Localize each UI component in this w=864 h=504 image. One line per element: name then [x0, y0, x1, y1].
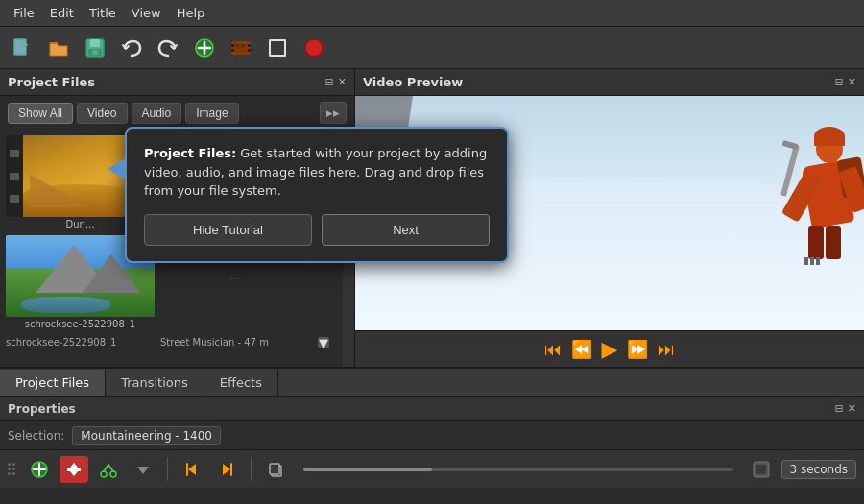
svg-rect-15 — [235, 44, 239, 47]
cut-btn[interactable] — [94, 456, 123, 483]
svg-rect-12 — [231, 49, 234, 52]
filter-bar: Show All Video Audio Image ▸▸ — [0, 96, 354, 130]
svg-rect-2 — [50, 42, 58, 44]
svg-rect-16 — [241, 44, 245, 47]
svg-rect-22 — [67, 468, 81, 471]
panel-icon-group: ⊟ ✕ — [325, 76, 347, 88]
undo-btn[interactable] — [115, 32, 148, 64]
fast-forward-btn[interactable]: ⏩ — [627, 339, 648, 359]
svg-line-27 — [104, 465, 108, 471]
svg-marker-30 — [188, 464, 196, 475]
filter-image[interactable]: Image — [185, 103, 238, 124]
play-btn[interactable]: ▶ — [602, 337, 618, 361]
svg-rect-10 — [232, 42, 250, 54]
properties-header: Properties ⊟ ✕ — [0, 397, 864, 420]
menu-file[interactable]: File — [6, 3, 42, 23]
panel-close-icon[interactable]: ✕ — [338, 76, 347, 88]
tutorial-popup: Project Files: Get started with your pro… — [125, 127, 509, 263]
svg-marker-32 — [223, 464, 230, 475]
timeline-slider[interactable] — [303, 468, 733, 471]
tutorial-text: Project Files: Get started with your pro… — [144, 144, 490, 201]
project-files-title: Project Files — [8, 75, 95, 89]
skip-end-btn[interactable]: ⏭ — [658, 339, 675, 359]
record-btn[interactable] — [298, 32, 330, 64]
hide-tutorial-btn[interactable]: Hide Tutorial — [144, 214, 312, 246]
svg-point-18 — [305, 39, 323, 57]
main-toolbar — [0, 27, 864, 69]
menu-title[interactable]: Title — [82, 3, 124, 23]
svg-marker-23 — [70, 463, 78, 468]
toolbar-separator-1 — [167, 458, 168, 481]
file-name: Dun... — [66, 219, 95, 229]
video-panel-minimize-icon[interactable]: ⊟ — [835, 76, 844, 88]
svg-rect-17 — [270, 40, 285, 56]
properties-minimize-icon[interactable]: ⊟ — [835, 402, 844, 415]
dropdown-arrow[interactable]: ▼ — [315, 337, 332, 348]
new-file-btn[interactable] — [6, 32, 38, 64]
timeline-skip-start-btn[interactable] — [178, 456, 206, 483]
settings-btn[interactable] — [747, 456, 776, 483]
tutorial-arrow — [108, 157, 127, 180]
panel-minimize-icon[interactable]: ⊟ — [325, 76, 334, 88]
timeline-skip-end-btn[interactable] — [212, 456, 241, 483]
svg-rect-14 — [248, 49, 251, 52]
svg-line-28 — [108, 465, 113, 471]
selection-label: Selection: — [8, 429, 64, 443]
bottom-tabs: Project Files Transitions Effects — [0, 367, 864, 397]
toolbar-separator-2 — [251, 458, 252, 481]
drag-handle — [8, 463, 15, 475]
bottom-file-name-1: schrocksee-2522908_1 — [6, 337, 155, 348]
selection-bar: Selection: Mountaineering - 1400 — [0, 420, 864, 449]
rewind-btn[interactable]: ⏪ — [571, 339, 592, 359]
timeline-duration: 3 seconds — [781, 460, 857, 479]
video-preview-header: Video Preview ⊟ ✕ — [355, 69, 864, 96]
filter-video[interactable]: Video — [77, 103, 127, 124]
svg-rect-11 — [231, 44, 234, 47]
skip-start-btn[interactable]: ⏮ — [544, 339, 562, 359]
save-btn[interactable] — [79, 32, 111, 64]
properties-icon-group: ⊟ ✕ — [835, 402, 856, 415]
svg-rect-13 — [248, 44, 251, 47]
svg-rect-4 — [90, 39, 100, 47]
video-panel-close-icon[interactable]: ✕ — [848, 76, 856, 88]
svg-marker-24 — [70, 471, 78, 476]
menubar: File Edit Title View Help — [0, 0, 864, 27]
project-files-header: Project Files ⊟ ✕ — [0, 69, 354, 96]
tab-transitions[interactable]: Transitions — [106, 370, 204, 396]
svg-marker-29 — [137, 467, 149, 474]
filter-more-btn[interactable]: ▸▸ — [320, 102, 347, 124]
tab-effects[interactable]: Effects — [204, 370, 278, 396]
next-tutorial-btn[interactable]: Next — [322, 214, 490, 246]
svg-rect-35 — [270, 464, 279, 474]
playback-controls: ⏮ ⏪ ▶ ⏩ ⏭ — [355, 330, 864, 367]
filter-audio[interactable]: Audio — [132, 103, 182, 124]
svg-rect-6 — [92, 50, 98, 55]
video-preview-title: Video Preview — [363, 75, 463, 89]
filter-show-all[interactable]: Show All — [8, 103, 73, 124]
tutorial-buttons: Hide Tutorial Next — [144, 214, 490, 246]
bottom-file-name-2: Street Musician - 47 m — [160, 337, 309, 348]
properties-title: Properties — [8, 402, 76, 416]
open-file-btn[interactable] — [42, 32, 75, 64]
menu-edit[interactable]: Edit — [42, 3, 82, 23]
filmstrip-btn[interactable] — [225, 32, 257, 64]
redo-btn[interactable] — [152, 32, 184, 64]
add-clip-btn[interactable] — [188, 32, 221, 64]
arrow-down-btn[interactable] — [129, 456, 157, 483]
file-name: schrocksee-2522908_1 — [25, 319, 135, 329]
tab-project-files[interactable]: Project Files — [0, 370, 106, 396]
selection-value: Mountaineering - 1400 — [72, 426, 221, 445]
tutorial-title: Project Files: — [144, 146, 236, 160]
video-panel-icon-group: ⊟ ✕ — [835, 76, 856, 88]
snap-btn[interactable] — [60, 456, 88, 483]
copy-btn[interactable] — [261, 456, 290, 483]
fullscreen-btn[interactable] — [261, 32, 294, 64]
timeline-add-btn[interactable] — [25, 456, 54, 483]
svg-rect-37 — [756, 465, 766, 474]
menu-help[interactable]: Help — [169, 3, 213, 23]
properties-close-icon[interactable]: ✕ — [848, 402, 856, 415]
menu-view[interactable]: View — [124, 3, 169, 23]
bottom-toolbar: 3 seconds — [0, 449, 864, 488]
